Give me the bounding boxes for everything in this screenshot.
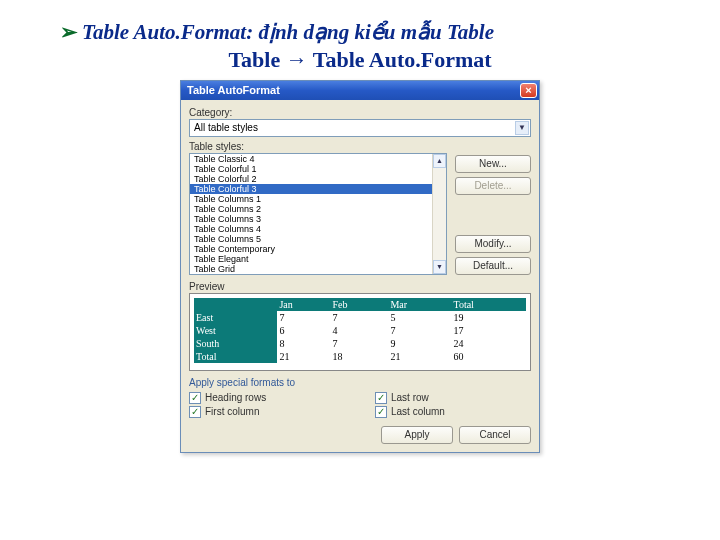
preview-row-header: South (194, 337, 277, 350)
scroll-down-icon[interactable]: ▼ (433, 260, 446, 274)
heading-rows-checkbox[interactable]: ✓Heading rows (189, 392, 345, 404)
specials-label: Apply special formats to (189, 377, 295, 388)
preview-cell: 7 (277, 311, 330, 324)
heading-line1: Table Auto.Format: định dạng kiểu mẫu Ta… (82, 20, 494, 44)
cancel-button[interactable]: Cancel (459, 426, 531, 444)
style-item[interactable]: Table Columns 5 (190, 234, 446, 244)
preview-cell: 18 (330, 350, 388, 363)
default-button[interactable]: Default... (455, 257, 531, 275)
category-combobox[interactable]: All table styles ▼ (189, 119, 531, 137)
preview-cell: 7 (388, 324, 451, 337)
preview-cell: 60 (451, 350, 526, 363)
style-item[interactable]: Table Columns 4 (190, 224, 446, 234)
apply-button[interactable]: Apply (381, 426, 453, 444)
preview-row-header: East (194, 311, 277, 324)
style-item[interactable]: Table Columns 1 (190, 194, 446, 204)
category-value: All table styles (194, 122, 258, 133)
styles-label: Table styles: (189, 141, 531, 152)
category-label: Category: (189, 107, 531, 118)
check-icon: ✓ (189, 406, 201, 418)
close-button[interactable]: × (520, 83, 537, 98)
style-item[interactable]: Table Colorful 2 (190, 174, 446, 184)
chevron-down-icon[interactable]: ▼ (515, 121, 529, 135)
preview-cell: 21 (388, 350, 451, 363)
slide-heading: ➢Table Auto.Format: định dạng kiểu mẫu T… (60, 20, 660, 74)
preview-cell: 7 (330, 311, 388, 324)
scroll-up-icon[interactable]: ▲ (433, 154, 446, 168)
last-column-checkbox[interactable]: ✓Last column (375, 406, 531, 418)
preview-cell: 24 (451, 337, 526, 350)
table-styles-listbox[interactable]: Table Classic 4Table Colorful 1Table Col… (189, 153, 447, 275)
preview-label: Preview (189, 281, 531, 292)
style-item[interactable]: Table Grid (190, 264, 446, 274)
preview-col-header: Feb (330, 298, 388, 311)
style-item[interactable]: Table Columns 2 (190, 204, 446, 214)
preview-row-header: West (194, 324, 277, 337)
first-column-checkbox[interactable]: ✓First column (189, 406, 345, 418)
style-item[interactable]: Table Classic 4 (190, 154, 446, 164)
preview-cell: 4 (330, 324, 388, 337)
preview-cell: 19 (451, 311, 526, 324)
style-item[interactable]: Table Colorful 3 (190, 184, 446, 194)
preview-col-header (194, 298, 277, 311)
preview-col-header: Mar (388, 298, 451, 311)
preview-cell: 7 (330, 337, 388, 350)
style-item[interactable]: Table Colorful 1 (190, 164, 446, 174)
new-button[interactable]: New... (455, 155, 531, 173)
style-item[interactable]: Table Contemporary (190, 244, 446, 254)
check-icon: ✓ (189, 392, 201, 404)
preview-cell: 9 (388, 337, 451, 350)
check-icon: ✓ (375, 406, 387, 418)
preview-table: JanFebMarTotal East77519West64717South87… (194, 298, 526, 363)
check-icon: ✓ (375, 392, 387, 404)
heading-line2: Table → Table Auto.Format (60, 47, 660, 73)
preview-col-header: Total (451, 298, 526, 311)
preview-pane: JanFebMarTotal East77519West64717South87… (189, 293, 531, 371)
style-item[interactable]: Table Columns 3 (190, 214, 446, 224)
preview-cell: 8 (277, 337, 330, 350)
titlebar[interactable]: Table AutoFormat × (181, 81, 539, 100)
special-formats-group: Apply special formats to ✓Heading rows ✓… (189, 377, 531, 418)
dialog-title: Table AutoFormat (187, 84, 280, 96)
last-row-checkbox[interactable]: ✓Last row (375, 392, 531, 404)
preview-cell: 6 (277, 324, 330, 337)
delete-button: Delete... (455, 177, 531, 195)
scrollbar[interactable]: ▲ ▼ (432, 154, 446, 274)
preview-cell: 21 (277, 350, 330, 363)
style-item[interactable]: Table Elegant (190, 254, 446, 264)
preview-cell: 5 (388, 311, 451, 324)
preview-cell: 17 (451, 324, 526, 337)
modify-button[interactable]: Modify... (455, 235, 531, 253)
preview-row-header: Total (194, 350, 277, 363)
preview-col-header: Jan (277, 298, 330, 311)
table-autoformat-dialog: Table AutoFormat × Category: All table s… (180, 80, 540, 453)
bullet-icon: ➢ (60, 20, 78, 45)
